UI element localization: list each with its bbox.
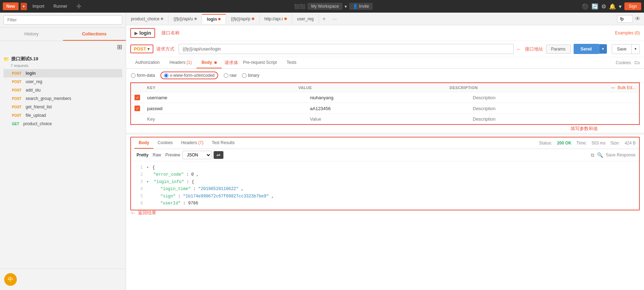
tab-prerequest[interactable]: Pre-request Script xyxy=(238,57,282,68)
sync-icon[interactable]: 🔄 xyxy=(591,3,598,10)
tab-tests[interactable]: Tests xyxy=(282,57,301,68)
sign-button[interactable]: Sign xyxy=(624,2,641,10)
val-passwd[interactable] xyxy=(310,106,473,111)
request-item-add-stu[interactable]: POST add_stu xyxy=(4,86,122,94)
profile-icon[interactable]: ⚫ xyxy=(582,3,589,10)
copy-response-button[interactable]: ⧉ xyxy=(591,152,594,158)
key-username[interactable] xyxy=(147,95,310,100)
sidebar-tab-collections[interactable]: Collections xyxy=(63,28,126,41)
wrap-button[interactable]: ⇌ xyxy=(214,151,223,159)
tab-body[interactable]: Body xyxy=(196,57,221,68)
tab-http-api[interactable]: http://api.r xyxy=(259,14,292,23)
val-username[interactable] xyxy=(310,95,473,100)
expand-icon[interactable]: ▾ xyxy=(619,3,622,10)
raw-radio[interactable] xyxy=(224,73,228,78)
request-item-user-reg[interactable]: POST user_reg xyxy=(4,77,122,86)
checkbox-icon-passwd: ✓ xyxy=(134,106,140,111)
request-item-login[interactable]: POST login xyxy=(4,69,122,77)
urlencoded-radio[interactable] xyxy=(164,73,168,78)
notification-icon[interactable]: 🔔 xyxy=(609,3,616,10)
tab-headers[interactable]: Headers (1) xyxy=(165,57,196,68)
url-input[interactable] xyxy=(179,44,513,54)
tab-label-product-choice: product_choice xyxy=(131,16,159,21)
add-button[interactable]: ➕ xyxy=(73,2,85,10)
val-input-username[interactable] xyxy=(310,95,473,100)
send-button[interactable]: Send xyxy=(574,44,599,54)
workspace-selector[interactable]: My Workspace xyxy=(307,3,342,10)
binary-option[interactable]: binary xyxy=(242,73,259,78)
val-empty[interactable] xyxy=(310,116,473,122)
desc-empty[interactable] xyxy=(473,116,636,122)
resp-tab-cookies[interactable]: Cookies xyxy=(153,137,177,149)
method-selector[interactable]: POST ▾ xyxy=(130,45,153,53)
more-tabs-button[interactable]: ··· xyxy=(329,14,340,24)
resp-tab-body[interactable]: Body xyxy=(134,137,153,149)
key-input-passwd[interactable] xyxy=(147,106,310,111)
tab-product-choice[interactable]: product_choice xyxy=(126,14,168,23)
settings-icon[interactable]: ⚙ xyxy=(601,3,606,10)
binary-radio[interactable] xyxy=(242,73,247,78)
bulk-edit-btn[interactable]: Bulk Ed... xyxy=(618,85,636,90)
tab-login[interactable]: login xyxy=(202,14,226,24)
check-username[interactable]: ✓ xyxy=(134,95,147,100)
add-collection-button[interactable]: ⊞ xyxy=(117,43,122,51)
resp-tab-test-results[interactable]: Test Results xyxy=(208,137,239,149)
val-input-empty[interactable] xyxy=(310,116,473,122)
desc-input-empty[interactable] xyxy=(473,116,636,122)
filter-input[interactable] xyxy=(4,15,122,25)
desc-passwd[interactable] xyxy=(473,106,636,111)
desc-input-username[interactable] xyxy=(473,95,636,100)
resp-sub-preview[interactable]: Preview xyxy=(163,151,182,159)
params-table-wrapper: KEY VALUE DESCRIPTION ··· Bulk Ed... ✓ xyxy=(130,82,640,125)
send-dropdown-button[interactable]: ▾ xyxy=(599,44,607,54)
resp-tab-headers[interactable]: Headers (7) xyxy=(177,137,207,149)
avatar: 中 xyxy=(4,273,17,286)
save-response-button[interactable]: Save Response xyxy=(606,153,636,157)
tab-label-user-reg: user_reg xyxy=(297,16,313,21)
request-item-product-choice[interactable]: GET product_choice xyxy=(4,120,122,128)
tab-fp-api-u[interactable]: {{fp}}/api/u xyxy=(168,14,202,23)
params-button[interactable]: Params xyxy=(546,45,571,54)
desc-input-passwd[interactable] xyxy=(473,106,636,111)
new-dropdown-button[interactable]: ▾ xyxy=(21,3,27,10)
raw-option[interactable]: raw xyxy=(224,73,236,78)
add-tab-button[interactable]: + xyxy=(319,14,329,24)
save-button[interactable]: Save xyxy=(612,44,632,54)
check-passwd[interactable]: ✓ xyxy=(134,106,147,111)
request-name-user-reg: user_reg xyxy=(26,79,42,84)
collection-title[interactable]: 📁 接口测试5.19 xyxy=(4,54,122,63)
environment-select[interactable]: fp xyxy=(617,15,633,23)
key-empty[interactable] xyxy=(147,116,310,122)
resp-sub-raw[interactable]: Raw xyxy=(151,151,163,159)
search-response-button[interactable]: 🔍 xyxy=(597,152,603,158)
key-passwd[interactable] xyxy=(147,106,310,111)
sidebar: History Collections ⊞ 📁 接口测试5.19 7 reque… xyxy=(0,13,126,290)
request-item-friend-list[interactable]: POST get_friend_list xyxy=(4,103,122,111)
json-format-select[interactable]: JSON xyxy=(182,151,212,159)
desc-username[interactable] xyxy=(473,95,636,100)
key-input-empty[interactable] xyxy=(147,116,310,122)
examples-button[interactable]: Examples (0) xyxy=(615,31,640,35)
time-value: 503 ms xyxy=(592,141,605,146)
urlencoded-option[interactable]: x-www-form-urlencoded xyxy=(160,72,218,79)
runner-button[interactable]: Runner xyxy=(50,2,71,10)
import-button[interactable]: Import xyxy=(29,2,48,10)
resp-sub-pretty[interactable]: Pretty xyxy=(134,151,151,159)
sidebar-tab-history[interactable]: History xyxy=(0,28,63,41)
val-input-passwd[interactable] xyxy=(310,106,473,111)
form-data-radio[interactable] xyxy=(131,73,136,78)
save-dropdown-button[interactable]: ▾ xyxy=(632,44,640,54)
form-data-label: form-data xyxy=(137,73,155,78)
tab-user-reg[interactable]: user_reg xyxy=(292,14,319,23)
request-item-search-group[interactable]: POST search_group_members xyxy=(4,94,122,103)
key-input-username[interactable] xyxy=(147,95,310,100)
response-sub-bar: Pretty Raw Preview JSON ⇌ ⧉ 🔍 Save Respo… xyxy=(131,149,639,161)
new-button[interactable]: New xyxy=(3,2,19,10)
form-data-option[interactable]: form-data xyxy=(131,73,155,78)
eye-icon[interactable]: 👁 xyxy=(635,16,640,22)
invite-button[interactable]: 👤 Invite xyxy=(349,3,373,10)
tab-fp-api-p[interactable]: {{fp}}/api/p xyxy=(226,14,259,23)
request-item-file-upload[interactable]: POST file_upload xyxy=(4,111,122,120)
content-area: product_choice {{fp}}/api/u login {{fp}}… xyxy=(126,13,644,290)
tab-authorization[interactable]: Authorization xyxy=(130,57,165,68)
